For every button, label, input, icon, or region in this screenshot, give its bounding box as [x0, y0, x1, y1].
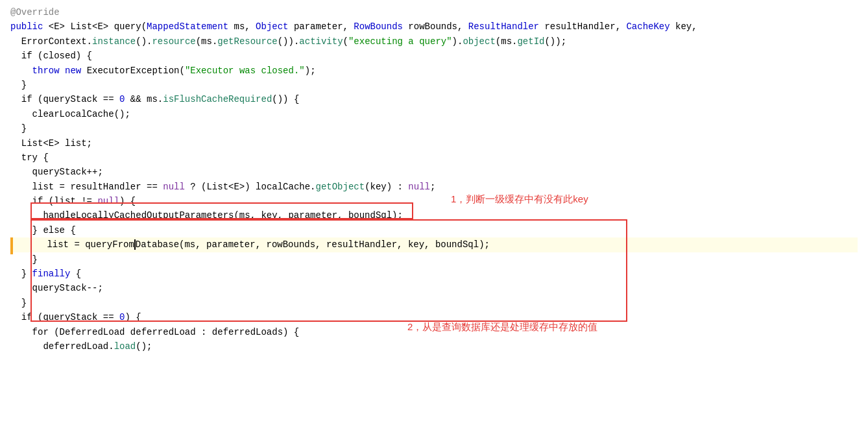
code-line-18: } [10, 252, 858, 267]
code-line-17: list = queryFromDatabase(ms, parameter, … [10, 237, 858, 252]
code-line-15: handleLocallyCachedOutputParameters(ms, … [10, 208, 858, 223]
code-line-16: } else { [10, 223, 858, 237]
code-line-1: @Override [10, 5, 858, 19]
code-line-5: throw new ExecutorException("Executor wa… [10, 64, 858, 78]
code-line-9: } [10, 121, 858, 136]
code-line-8: clearLocalCache(); [10, 107, 858, 121]
annotation-1: 1，判断一级缓存中有没有此key [451, 191, 588, 207]
code-line-2: public <E> List<E> query(MappedStatement… [10, 19, 858, 34]
code-line-19: } finally { [10, 267, 858, 281]
annotation-2: 2，从是查询数据库还是处理缓存中存放的值 [407, 319, 597, 335]
code-line-7: if (queryStack == 0 && ms.isFlushCacheRe… [10, 92, 858, 106]
code-line-21: } [10, 296, 858, 310]
code-line-14: if (list != null) { [10, 194, 858, 208]
code-viewer: @Override public <E> List<E> query(Mappe… [0, 0, 868, 423]
code-line-11: try { [10, 151, 858, 165]
code-line-12: queryStack++; [10, 165, 858, 179]
code-line-3: ErrorContext.instance().resource(ms.getR… [10, 34, 858, 49]
code-line-10: List<E> list; [10, 136, 858, 151]
code-line-24: deferredLoad.load(); [10, 339, 858, 354]
code-line-4: if (closed) { [10, 49, 858, 63]
code-line-6: } [10, 78, 858, 92]
code-line-20: queryStack--; [10, 281, 858, 295]
code-line-13: list = resultHandler == null ? (List<E>)… [10, 180, 858, 194]
